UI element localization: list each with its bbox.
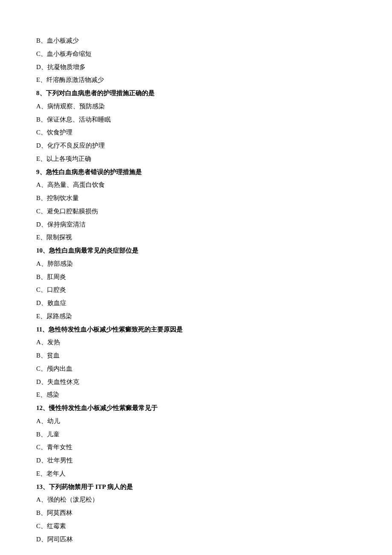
option-line: D、壮年男性 — [36, 454, 356, 467]
option-line: B、控制饮水量 — [36, 192, 356, 205]
option-line: D、保持病室清洁 — [36, 218, 356, 231]
question-line: 12、慢性特发性血小板减少性紫癜最常见于 — [36, 401, 356, 415]
option-line: C、口腔炎 — [36, 283, 356, 296]
option-line: C、饮食护理 — [36, 126, 356, 139]
option-line: E、感染 — [36, 388, 356, 401]
option-line: E、以上各项均正确 — [36, 152, 356, 166]
question-line: 13、下列药物禁用于 ITP 病人的是 — [36, 480, 356, 494]
option-line: A、发热 — [36, 336, 356, 349]
option-line: E、纤溶酶原激活物减少 — [36, 73, 356, 87]
option-line: E、尿路感染 — [36, 310, 356, 323]
question-line: 11、急性特发性血小板减少性紫癜致死的主要原因是 — [36, 323, 356, 336]
option-line: C、青年女性 — [36, 441, 356, 454]
option-line: D、化疗不良反应的护理 — [36, 139, 356, 152]
option-line: C、避免口腔黏膜损伤 — [36, 205, 356, 218]
option-line: A、病情观察、预防感染 — [36, 100, 356, 113]
option-line: B、贫血 — [36, 349, 356, 362]
option-line: E、老年人 — [36, 467, 356, 480]
option-line: B、肛周炎 — [36, 270, 356, 284]
option-line: C、红霉素 — [36, 520, 356, 533]
option-line: A、强的松（泼尼松） — [36, 493, 356, 506]
option-line: C、颅内出血 — [36, 362, 356, 375]
question-line: 8、下列对白血病患者的护理措施正确的是 — [36, 87, 356, 100]
option-line: B、血小板减少 — [36, 34, 356, 47]
question-line: 9、急性白血病患者错误的护理措施是 — [36, 166, 356, 179]
option-line: D、抗凝物质增多 — [36, 61, 356, 74]
document-content: B、血小板减少C、血小板寿命缩短D、抗凝物质增多E、纤溶酶原激活物减少8、下列对… — [36, 34, 356, 546]
question-line: 10、急性白血病最常见的炎症部位是 — [36, 244, 356, 257]
option-line: D、阿司匹林 — [36, 533, 356, 546]
option-line: A、肺部感染 — [36, 257, 356, 270]
option-line: E、限制探视 — [36, 231, 356, 244]
option-line: D、败血症 — [36, 296, 356, 310]
option-line: B、保证休息、活动和睡眠 — [36, 113, 356, 126]
option-line: B、儿童 — [36, 428, 356, 441]
option-line: A、幼儿 — [36, 415, 356, 428]
option-line: D、失血性休克 — [36, 375, 356, 389]
option-line: B、阿莫西林 — [36, 506, 356, 520]
option-line: A、高热量、高蛋白饮食 — [36, 178, 356, 192]
option-line: C、血小板寿命缩短 — [36, 47, 356, 61]
